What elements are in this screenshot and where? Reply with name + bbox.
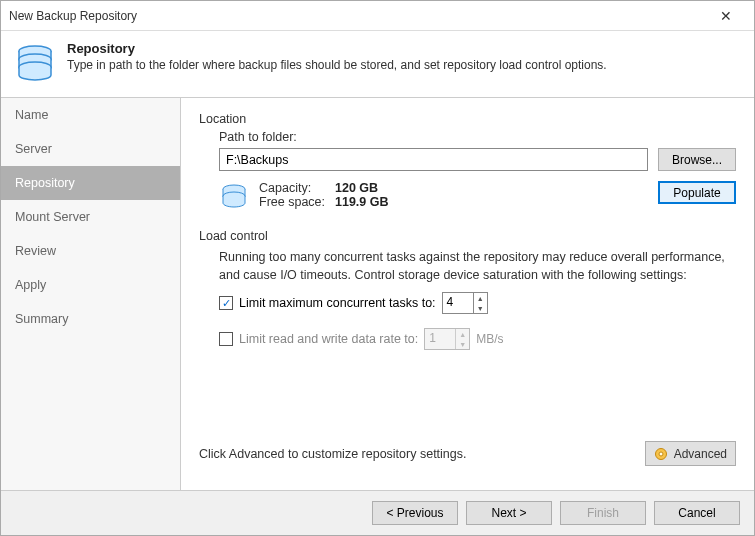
content-panel: Location Path to folder: Browse...	[181, 98, 754, 490]
spin-up-icon[interactable]: ▲	[473, 293, 487, 303]
sidebar-item-mount-server[interactable]: Mount Server	[1, 200, 180, 234]
spin-down-icon[interactable]: ▼	[473, 303, 487, 313]
sidebar-item-repository[interactable]: Repository	[1, 166, 180, 200]
wizard-header: Repository Type in path to the folder wh…	[1, 31, 754, 98]
page-desc: Type in path to the folder where backup …	[67, 58, 607, 72]
free-space-value: 119.9 GB	[335, 195, 389, 209]
browse-button[interactable]: Browse...	[658, 148, 736, 171]
close-icon: ✕	[720, 8, 732, 24]
advanced-button-label: Advanced	[674, 447, 727, 461]
gear-icon	[654, 447, 668, 461]
limit-rate-label: Limit read and write data rate to:	[239, 332, 418, 346]
wizard-window: New Backup Repository ✕ Repository Type …	[0, 0, 755, 536]
limit-tasks-spinner[interactable]: 4 ▲▼	[442, 292, 488, 314]
sidebar-item-apply[interactable]: Apply	[1, 268, 180, 302]
svg-point-6	[659, 452, 663, 456]
limit-rate-value: 1	[425, 329, 455, 349]
limit-rate-checkbox[interactable]: ✓	[219, 332, 233, 346]
cancel-button[interactable]: Cancel	[654, 501, 740, 525]
advanced-button[interactable]: Advanced	[645, 441, 736, 466]
window-title: New Backup Repository	[9, 9, 137, 23]
next-button[interactable]: Next >	[466, 501, 552, 525]
wizard-steps: Name Server Repository Mount Server Revi…	[1, 98, 181, 490]
load-control-desc: Running too many concurrent tasks agains…	[219, 249, 736, 284]
close-button[interactable]: ✕	[706, 2, 746, 30]
previous-button[interactable]: < Previous	[372, 501, 458, 525]
sidebar-item-name[interactable]: Name	[1, 98, 180, 132]
finish-button: Finish	[560, 501, 646, 525]
disk-icon	[219, 181, 249, 211]
location-group: Location	[199, 112, 736, 126]
capacity-info: Capacity:120 GB Free space:119.9 GB	[259, 181, 389, 209]
sidebar-item-summary[interactable]: Summary	[1, 302, 180, 336]
sidebar-item-server[interactable]: Server	[1, 132, 180, 166]
repository-disks-icon	[13, 39, 57, 83]
free-space-label: Free space:	[259, 195, 335, 209]
spin-down-icon: ▼	[455, 339, 469, 349]
limit-rate-unit: MB/s	[476, 332, 503, 346]
page-title: Repository	[67, 41, 607, 56]
limit-tasks-checkbox[interactable]: ✓	[219, 296, 233, 310]
titlebar: New Backup Repository ✕	[1, 1, 754, 31]
limit-tasks-label: Limit maximum concurrent tasks to:	[239, 296, 436, 310]
path-input[interactable]	[219, 148, 648, 171]
capacity-value: 120 GB	[335, 181, 378, 195]
advanced-hint: Click Advanced to customize repository s…	[199, 447, 466, 461]
load-control-group: Load control	[199, 229, 736, 243]
spin-up-icon: ▲	[455, 329, 469, 339]
capacity-label: Capacity:	[259, 181, 335, 195]
path-label: Path to folder:	[219, 130, 736, 144]
limit-rate-spinner: 1 ▲▼	[424, 328, 470, 350]
limit-tasks-value: 4	[443, 293, 473, 313]
sidebar-item-review[interactable]: Review	[1, 234, 180, 268]
populate-button[interactable]: Populate	[658, 181, 736, 204]
wizard-footer: < Previous Next > Finish Cancel	[1, 490, 754, 535]
